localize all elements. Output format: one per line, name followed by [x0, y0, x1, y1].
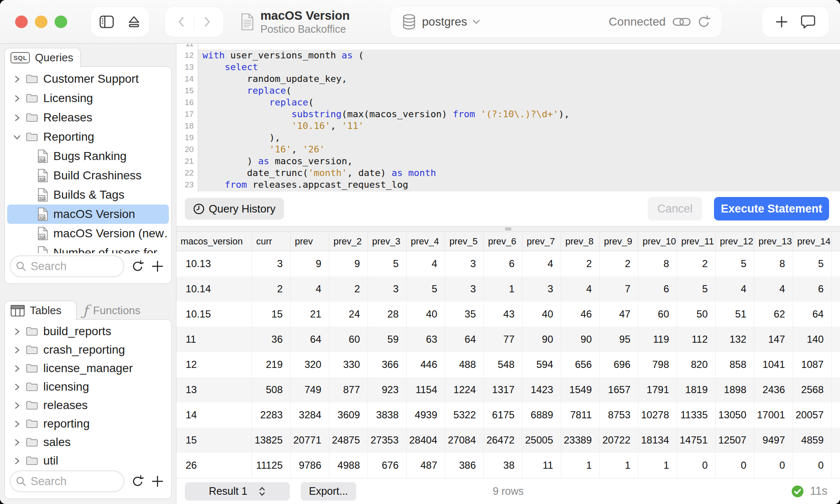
cell-15-prev-2[interactable]: 24875	[329, 428, 368, 453]
query-item-reporting[interactable]: Reporting	[7, 127, 169, 147]
cell-10-13-prev-8[interactable]: 2	[561, 251, 600, 276]
cell-10-13-prev-6[interactable]: 6	[484, 251, 522, 276]
chevron-right-icon[interactable]	[13, 439, 21, 446]
tab-functions[interactable]: ƒ Functions	[83, 301, 140, 320]
cell-14-prev-4[interactable]: 4939	[407, 402, 445, 428]
cell-11-prev-5[interactable]: 64	[445, 327, 484, 352]
cell-11-prev-8[interactable]: 90	[561, 327, 600, 352]
reconnect-icon[interactable]	[698, 15, 710, 29]
add-query-icon[interactable]	[151, 260, 164, 273]
cell-10-14-prev-8[interactable]: 4	[561, 276, 600, 302]
query-history-button[interactable]: Query History	[185, 198, 284, 220]
cell-26-prev[interactable]: 9786	[291, 453, 329, 478]
cell-14-prev-3[interactable]: 3838	[368, 402, 407, 428]
query-item-number-of-users-for[interactable]: SQLNumber of users for	[7, 243, 169, 253]
cell-26-prev-6[interactable]: 38	[484, 453, 522, 478]
schema-item-build-reports[interactable]: build_reports	[7, 322, 169, 341]
export-button[interactable]: Export...	[301, 482, 356, 501]
tab-queries[interactable]: SQL Queries	[4, 48, 81, 67]
cell-14-prev-2[interactable]: 3609	[329, 402, 368, 428]
cell-13-curr[interactable]: 508	[252, 377, 291, 402]
back-icon[interactable]	[168, 16, 194, 27]
cell-11-prev-13[interactable]: 147	[754, 327, 793, 352]
result-selector[interactable]: Result 1	[185, 482, 290, 501]
add-table-icon[interactable]	[151, 475, 164, 488]
schema-item-sales[interactable]: sales	[7, 433, 169, 452]
cell-11-prev-3[interactable]: 59	[368, 327, 407, 352]
cell-10-15-prev-13[interactable]: 62	[754, 302, 793, 327]
cell-10-15-prev-7[interactable]: 40	[522, 302, 561, 327]
cell-10-13-prev-3[interactable]: 5	[368, 251, 407, 276]
cell-14-prev-5[interactable]: 5322	[445, 402, 484, 428]
cell-14-prev-11[interactable]: 11335	[677, 402, 716, 428]
column-header-prev-8[interactable]: prev_8	[561, 232, 600, 251]
cell-10-13-prev-10[interactable]: 8	[638, 251, 677, 276]
code-text[interactable]: ),	[198, 132, 840, 144]
column-header-prev-3[interactable]: prev_3	[368, 232, 407, 251]
refresh-queries-icon[interactable]	[132, 260, 144, 273]
cell-12-prev-2[interactable]: 330	[329, 352, 368, 377]
cell-10-14-prev-11[interactable]: 5	[677, 276, 716, 302]
queries-search-input[interactable]	[10, 255, 124, 277]
cell-10-15-macos-version[interactable]: 10.15	[176, 302, 252, 327]
cell-10-13-macos-version[interactable]: 10.13	[176, 251, 252, 276]
code-text[interactable]: substring(max(macos_version) from '(?:10…	[198, 108, 840, 120]
column-header-prev[interactable]: prev	[291, 232, 329, 251]
cell-14-prev-6[interactable]: 6175	[484, 402, 522, 428]
code-text[interactable]: date_trunc('month', date) as month	[198, 167, 840, 179]
cell-13-macos-version[interactable]: 13	[176, 377, 252, 402]
cell-14-curr[interactable]: 2283	[252, 402, 291, 428]
cell-10-15-prev-5[interactable]: 35	[445, 302, 484, 327]
column-header-prev-12[interactable]: prev_12	[716, 232, 754, 251]
cell-10-15-prev-6[interactable]: 43	[484, 302, 522, 327]
cell-26-prev-4[interactable]: 487	[407, 453, 445, 478]
cell-12-prev-5[interactable]: 488	[445, 352, 484, 377]
close-button[interactable]	[15, 16, 28, 28]
query-item-releases[interactable]: Releases	[7, 108, 169, 127]
forward-icon[interactable]	[194, 16, 220, 27]
chevron-right-icon[interactable]	[13, 420, 21, 428]
cell-10-15-prev-3[interactable]: 28	[368, 302, 407, 327]
cell-10-15-prev[interactable]: 21	[291, 302, 329, 327]
code-text[interactable]: '16', '26'	[198, 144, 840, 155]
chevron-down-icon[interactable]	[13, 134, 21, 140]
cell-15-curr[interactable]: 13825	[252, 428, 291, 453]
cell-12-prev-6[interactable]: 548	[484, 352, 522, 377]
cell-10-15-prev-14[interactable]: 64	[793, 302, 832, 327]
cell-12-prev-12[interactable]: 858	[716, 352, 754, 377]
cell-10-13-prev[interactable]: 9	[291, 251, 329, 276]
schema-item-licensing[interactable]: licensing	[7, 378, 169, 396]
cell-12-curr[interactable]: 219	[252, 352, 291, 377]
zoom-button[interactable]	[55, 16, 67, 28]
cell-10-15-prev-11[interactable]: 50	[677, 302, 716, 327]
code-text[interactable]	[198, 44, 840, 50]
cell-13-prev-10[interactable]: 1791	[638, 377, 677, 402]
cell-15-prev-14[interactable]: 4859	[793, 428, 832, 453]
tables-search-input[interactable]	[10, 470, 124, 492]
schema-item-releases[interactable]: releases	[7, 396, 169, 415]
cell-14-prev-8[interactable]: 7811	[561, 402, 600, 428]
cell-13-prev-5[interactable]: 1224	[445, 377, 484, 402]
cell-14-prev-12[interactable]: 13050	[716, 402, 754, 428]
code-text[interactable]: '10.16', '11'	[198, 120, 840, 132]
cell-10-13-prev-14[interactable]: 5	[793, 251, 832, 276]
schema-item-reporting[interactable]: reporting	[7, 415, 169, 433]
cell-12-prev-8[interactable]: 656	[561, 352, 600, 377]
cell-11-prev-14[interactable]: 140	[793, 327, 832, 352]
cell-10-14-prev-14[interactable]: 6	[793, 276, 832, 302]
cell-15-macos-version[interactable]: 15	[176, 428, 252, 453]
cell-15-prev-9[interactable]: 20722	[600, 428, 638, 453]
cell-13-prev-8[interactable]: 1549	[561, 377, 600, 402]
cell-10-13-prev-11[interactable]: 2	[677, 251, 716, 276]
cell-10-14-curr[interactable]: 2	[252, 276, 291, 302]
column-header-prev-6[interactable]: prev_6	[484, 232, 522, 251]
cell-10-14-prev-13[interactable]: 4	[754, 276, 793, 302]
cell-15-prev-5[interactable]: 27084	[445, 428, 484, 453]
cell-13-prev-13[interactable]: 2436	[754, 377, 793, 402]
code-text[interactable]: with user_versions_month as (	[198, 50, 840, 61]
cell-10-14-macos-version[interactable]: 10.14	[176, 276, 252, 302]
cell-12-prev-11[interactable]: 820	[677, 352, 716, 377]
cell-12-macos-version[interactable]: 12	[176, 352, 252, 377]
cell-14-prev[interactable]: 3284	[291, 402, 329, 428]
code-text[interactable]: replace(	[198, 85, 840, 97]
